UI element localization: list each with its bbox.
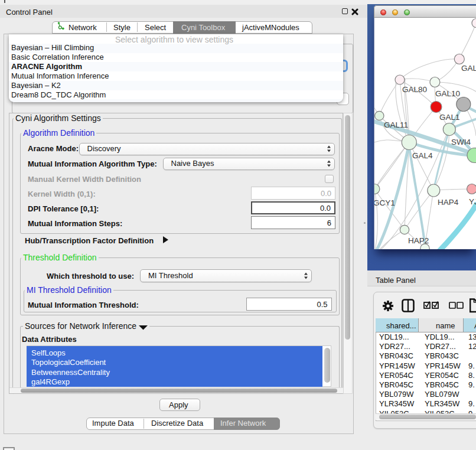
svg-text:GAL7: GAL7 (461, 64, 476, 73)
svg-text:YJ: YJ (469, 197, 476, 206)
svg-text:GAL80: GAL80 (402, 85, 427, 94)
svg-text:HAP4: HAP4 (438, 198, 459, 207)
svg-text:GAL10: GAL10 (435, 89, 460, 98)
svg-text:HAP2: HAP2 (408, 236, 429, 245)
svg-text:GAL1: GAL1 (439, 113, 460, 122)
svg-text:GAL4: GAL4 (412, 151, 433, 160)
svg-text:GCY1: GCY1 (374, 198, 395, 207)
svg-text:GAL11: GAL11 (384, 120, 408, 129)
svg-text:SWI4: SWI4 (451, 138, 471, 146)
